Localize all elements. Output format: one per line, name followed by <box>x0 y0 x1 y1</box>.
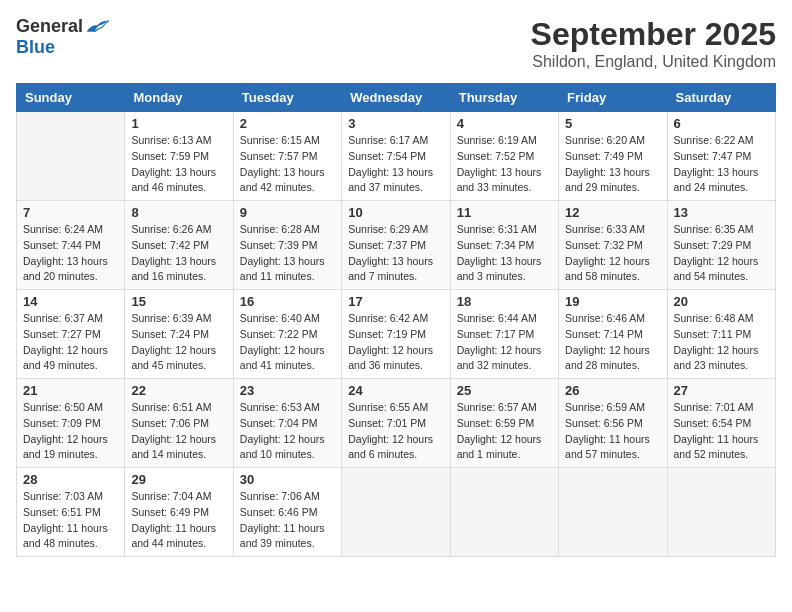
day-number: 21 <box>23 383 118 398</box>
day-number: 4 <box>457 116 552 131</box>
calendar-cell: 2Sunrise: 6:15 AMSunset: 7:57 PMDaylight… <box>233 112 341 201</box>
day-number: 6 <box>674 116 769 131</box>
calendar-cell: 6Sunrise: 6:22 AMSunset: 7:47 PMDaylight… <box>667 112 775 201</box>
calendar-cell <box>342 468 450 557</box>
logo-bird-icon <box>85 17 109 37</box>
logo-blue-text: Blue <box>16 37 55 58</box>
calendar-cell: 22Sunrise: 6:51 AMSunset: 7:06 PMDayligh… <box>125 379 233 468</box>
calendar-cell: 17Sunrise: 6:42 AMSunset: 7:19 PMDayligh… <box>342 290 450 379</box>
day-number: 1 <box>131 116 226 131</box>
day-info: Sunrise: 6:40 AMSunset: 7:22 PMDaylight:… <box>240 311 335 374</box>
day-number: 14 <box>23 294 118 309</box>
calendar-cell: 25Sunrise: 6:57 AMSunset: 6:59 PMDayligh… <box>450 379 558 468</box>
calendar-cell: 8Sunrise: 6:26 AMSunset: 7:42 PMDaylight… <box>125 201 233 290</box>
day-info: Sunrise: 6:24 AMSunset: 7:44 PMDaylight:… <box>23 222 118 285</box>
location-text: Shildon, England, United Kingdom <box>531 53 776 71</box>
day-info: Sunrise: 6:19 AMSunset: 7:52 PMDaylight:… <box>457 133 552 196</box>
calendar-cell: 1Sunrise: 6:13 AMSunset: 7:59 PMDaylight… <box>125 112 233 201</box>
day-info: Sunrise: 6:37 AMSunset: 7:27 PMDaylight:… <box>23 311 118 374</box>
day-info: Sunrise: 6:39 AMSunset: 7:24 PMDaylight:… <box>131 311 226 374</box>
calendar-cell: 15Sunrise: 6:39 AMSunset: 7:24 PMDayligh… <box>125 290 233 379</box>
calendar-week-row: 14Sunrise: 6:37 AMSunset: 7:27 PMDayligh… <box>17 290 776 379</box>
day-number: 9 <box>240 205 335 220</box>
day-info: Sunrise: 7:01 AMSunset: 6:54 PMDaylight:… <box>674 400 769 463</box>
day-number: 15 <box>131 294 226 309</box>
day-number: 24 <box>348 383 443 398</box>
calendar-cell: 27Sunrise: 7:01 AMSunset: 6:54 PMDayligh… <box>667 379 775 468</box>
day-info: Sunrise: 6:20 AMSunset: 7:49 PMDaylight:… <box>565 133 660 196</box>
day-info: Sunrise: 6:28 AMSunset: 7:39 PMDaylight:… <box>240 222 335 285</box>
day-number: 13 <box>674 205 769 220</box>
logo: General Blue <box>16 16 109 58</box>
calendar-cell: 3Sunrise: 6:17 AMSunset: 7:54 PMDaylight… <box>342 112 450 201</box>
day-number: 28 <box>23 472 118 487</box>
weekday-header-wednesday: Wednesday <box>342 84 450 112</box>
day-number: 30 <box>240 472 335 487</box>
day-info: Sunrise: 7:03 AMSunset: 6:51 PMDaylight:… <box>23 489 118 552</box>
day-info: Sunrise: 6:33 AMSunset: 7:32 PMDaylight:… <box>565 222 660 285</box>
day-number: 17 <box>348 294 443 309</box>
day-number: 8 <box>131 205 226 220</box>
calendar-week-row: 7Sunrise: 6:24 AMSunset: 7:44 PMDaylight… <box>17 201 776 290</box>
calendar-week-row: 21Sunrise: 6:50 AMSunset: 7:09 PMDayligh… <box>17 379 776 468</box>
day-info: Sunrise: 6:22 AMSunset: 7:47 PMDaylight:… <box>674 133 769 196</box>
day-number: 23 <box>240 383 335 398</box>
calendar-cell: 30Sunrise: 7:06 AMSunset: 6:46 PMDayligh… <box>233 468 341 557</box>
calendar-cell: 28Sunrise: 7:03 AMSunset: 6:51 PMDayligh… <box>17 468 125 557</box>
day-info: Sunrise: 6:55 AMSunset: 7:01 PMDaylight:… <box>348 400 443 463</box>
calendar-cell: 20Sunrise: 6:48 AMSunset: 7:11 PMDayligh… <box>667 290 775 379</box>
calendar-cell: 24Sunrise: 6:55 AMSunset: 7:01 PMDayligh… <box>342 379 450 468</box>
calendar-cell: 5Sunrise: 6:20 AMSunset: 7:49 PMDaylight… <box>559 112 667 201</box>
day-number: 22 <box>131 383 226 398</box>
calendar-cell: 26Sunrise: 6:59 AMSunset: 6:56 PMDayligh… <box>559 379 667 468</box>
day-info: Sunrise: 6:57 AMSunset: 6:59 PMDaylight:… <box>457 400 552 463</box>
day-info: Sunrise: 6:44 AMSunset: 7:17 PMDaylight:… <box>457 311 552 374</box>
calendar-cell <box>450 468 558 557</box>
day-info: Sunrise: 7:04 AMSunset: 6:49 PMDaylight:… <box>131 489 226 552</box>
weekday-header-friday: Friday <box>559 84 667 112</box>
month-title: September 2025 <box>531 16 776 53</box>
day-number: 19 <box>565 294 660 309</box>
calendar-cell: 9Sunrise: 6:28 AMSunset: 7:39 PMDaylight… <box>233 201 341 290</box>
day-number: 20 <box>674 294 769 309</box>
day-number: 29 <box>131 472 226 487</box>
day-info: Sunrise: 6:13 AMSunset: 7:59 PMDaylight:… <box>131 133 226 196</box>
day-number: 26 <box>565 383 660 398</box>
weekday-header-sunday: Sunday <box>17 84 125 112</box>
calendar-cell: 12Sunrise: 6:33 AMSunset: 7:32 PMDayligh… <box>559 201 667 290</box>
calendar-cell: 14Sunrise: 6:37 AMSunset: 7:27 PMDayligh… <box>17 290 125 379</box>
day-number: 18 <box>457 294 552 309</box>
day-info: Sunrise: 6:26 AMSunset: 7:42 PMDaylight:… <box>131 222 226 285</box>
calendar-table: SundayMondayTuesdayWednesdayThursdayFrid… <box>16 83 776 557</box>
calendar-cell: 10Sunrise: 6:29 AMSunset: 7:37 PMDayligh… <box>342 201 450 290</box>
day-info: Sunrise: 6:48 AMSunset: 7:11 PMDaylight:… <box>674 311 769 374</box>
day-info: Sunrise: 6:31 AMSunset: 7:34 PMDaylight:… <box>457 222 552 285</box>
calendar-week-row: 1Sunrise: 6:13 AMSunset: 7:59 PMDaylight… <box>17 112 776 201</box>
calendar-cell <box>559 468 667 557</box>
day-number: 12 <box>565 205 660 220</box>
title-section: September 2025 Shildon, England, United … <box>531 16 776 71</box>
logo-general-text: General <box>16 16 83 37</box>
calendar-cell: 21Sunrise: 6:50 AMSunset: 7:09 PMDayligh… <box>17 379 125 468</box>
weekday-header-thursday: Thursday <box>450 84 558 112</box>
day-info: Sunrise: 6:59 AMSunset: 6:56 PMDaylight:… <box>565 400 660 463</box>
day-number: 11 <box>457 205 552 220</box>
day-number: 7 <box>23 205 118 220</box>
calendar-cell <box>17 112 125 201</box>
calendar-cell: 4Sunrise: 6:19 AMSunset: 7:52 PMDaylight… <box>450 112 558 201</box>
calendar-cell: 19Sunrise: 6:46 AMSunset: 7:14 PMDayligh… <box>559 290 667 379</box>
calendar-cell: 23Sunrise: 6:53 AMSunset: 7:04 PMDayligh… <box>233 379 341 468</box>
day-info: Sunrise: 6:46 AMSunset: 7:14 PMDaylight:… <box>565 311 660 374</box>
day-info: Sunrise: 6:42 AMSunset: 7:19 PMDaylight:… <box>348 311 443 374</box>
day-number: 16 <box>240 294 335 309</box>
day-number: 25 <box>457 383 552 398</box>
weekday-header-saturday: Saturday <box>667 84 775 112</box>
weekday-header-row: SundayMondayTuesdayWednesdayThursdayFrid… <box>17 84 776 112</box>
day-info: Sunrise: 6:50 AMSunset: 7:09 PMDaylight:… <box>23 400 118 463</box>
day-info: Sunrise: 6:51 AMSunset: 7:06 PMDaylight:… <box>131 400 226 463</box>
weekday-header-tuesday: Tuesday <box>233 84 341 112</box>
day-info: Sunrise: 6:29 AMSunset: 7:37 PMDaylight:… <box>348 222 443 285</box>
calendar-cell: 13Sunrise: 6:35 AMSunset: 7:29 PMDayligh… <box>667 201 775 290</box>
calendar-cell: 11Sunrise: 6:31 AMSunset: 7:34 PMDayligh… <box>450 201 558 290</box>
calendar-week-row: 28Sunrise: 7:03 AMSunset: 6:51 PMDayligh… <box>17 468 776 557</box>
